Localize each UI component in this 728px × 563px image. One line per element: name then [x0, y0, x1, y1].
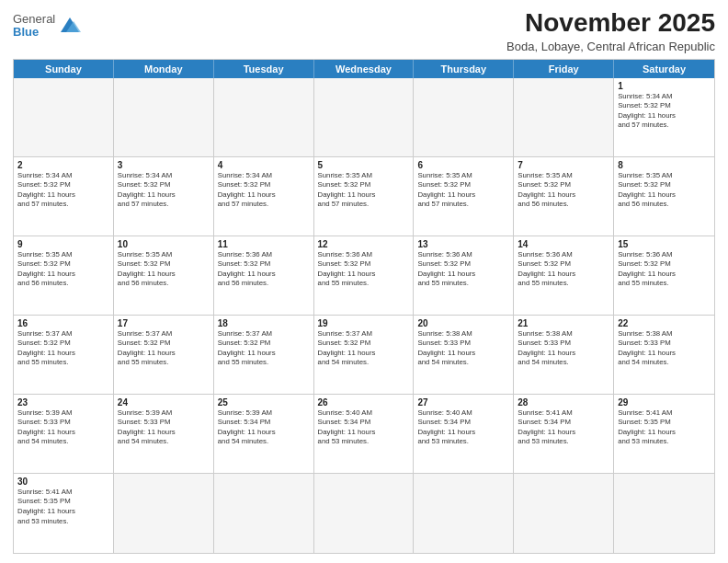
day-number: 19 — [318, 318, 410, 328]
calendar-cell: 15Sunrise: 5:36 AM Sunset: 5:32 PM Dayli… — [614, 236, 714, 315]
day-info: Sunrise: 5:39 AM Sunset: 5:34 PM Dayligh… — [218, 408, 310, 447]
day-info: Sunrise: 5:40 AM Sunset: 5:34 PM Dayligh… — [417, 408, 509, 447]
day-info: Sunrise: 5:36 AM Sunset: 5:32 PM Dayligh… — [518, 250, 609, 289]
day-info: Sunrise: 5:35 AM Sunset: 5:32 PM Dayligh… — [417, 171, 509, 210]
calendar-cell: 3Sunrise: 5:34 AM Sunset: 5:32 PM Daylig… — [114, 157, 214, 236]
calendar-cell: 30Sunrise: 5:41 AM Sunset: 5:35 PM Dayli… — [14, 474, 114, 553]
day-number: 5 — [318, 160, 410, 170]
calendar-header-cell: Saturday — [614, 60, 714, 78]
day-info: Sunrise: 5:34 AM Sunset: 5:32 PM Dayligh… — [218, 171, 310, 210]
day-info: Sunrise: 5:37 AM Sunset: 5:32 PM Dayligh… — [218, 329, 310, 368]
day-info: Sunrise: 5:37 AM Sunset: 5:32 PM Dayligh… — [318, 329, 410, 368]
calendar-cell: 12Sunrise: 5:36 AM Sunset: 5:32 PM Dayli… — [314, 236, 415, 315]
calendar-cell: 26Sunrise: 5:40 AM Sunset: 5:34 PM Dayli… — [314, 395, 415, 473]
day-number: 18 — [218, 318, 310, 328]
calendar-cell — [214, 474, 314, 553]
day-number: 29 — [618, 397, 711, 408]
day-number: 3 — [118, 160, 210, 170]
calendar-cell: 5Sunrise: 5:35 AM Sunset: 5:32 PM Daylig… — [314, 157, 415, 236]
day-number: 15 — [618, 239, 711, 249]
day-number: 17 — [118, 318, 210, 328]
day-number: 1 — [618, 81, 711, 91]
calendar-header-cell: Friday — [514, 60, 614, 78]
day-number: 10 — [118, 239, 210, 249]
calendar-header-cell: Sunday — [14, 60, 114, 78]
calendar-cell: 11Sunrise: 5:36 AM Sunset: 5:32 PM Dayli… — [214, 236, 314, 315]
day-info: Sunrise: 5:38 AM Sunset: 5:33 PM Dayligh… — [417, 329, 509, 368]
calendar-week: 30Sunrise: 5:41 AM Sunset: 5:35 PM Dayli… — [14, 474, 714, 553]
day-number: 12 — [318, 239, 410, 249]
day-number: 27 — [417, 397, 509, 408]
day-number: 25 — [218, 397, 310, 408]
calendar-cell — [14, 78, 114, 156]
day-number: 30 — [17, 477, 109, 487]
day-number: 28 — [518, 397, 609, 408]
calendar-header-cell: Monday — [114, 60, 214, 78]
day-number: 7 — [518, 160, 609, 170]
calendar-cell: 24Sunrise: 5:39 AM Sunset: 5:33 PM Dayli… — [114, 395, 214, 473]
day-info: Sunrise: 5:35 AM Sunset: 5:32 PM Dayligh… — [518, 171, 609, 210]
calendar-cell: 13Sunrise: 5:36 AM Sunset: 5:32 PM Dayli… — [414, 236, 514, 315]
calendar-week: 16Sunrise: 5:37 AM Sunset: 5:32 PM Dayli… — [14, 316, 714, 395]
day-number: 11 — [218, 239, 310, 249]
day-info: Sunrise: 5:35 AM Sunset: 5:32 PM Dayligh… — [618, 171, 711, 210]
calendar-cell: 21Sunrise: 5:38 AM Sunset: 5:33 PM Dayli… — [514, 316, 614, 394]
day-number: 21 — [518, 318, 609, 328]
calendar-cell: 23Sunrise: 5:39 AM Sunset: 5:33 PM Dayli… — [14, 395, 114, 473]
calendar-cell: 18Sunrise: 5:37 AM Sunset: 5:32 PM Dayli… — [214, 316, 314, 394]
day-number: 24 — [118, 397, 210, 408]
calendar-cell — [314, 474, 415, 553]
calendar-cell: 22Sunrise: 5:38 AM Sunset: 5:33 PM Dayli… — [614, 316, 714, 394]
day-number: 22 — [618, 318, 711, 328]
day-info: Sunrise: 5:39 AM Sunset: 5:33 PM Dayligh… — [118, 408, 210, 447]
logo-blue: Blue — [13, 26, 55, 39]
day-info: Sunrise: 5:38 AM Sunset: 5:33 PM Dayligh… — [618, 329, 711, 368]
calendar-cell: 4Sunrise: 5:34 AM Sunset: 5:32 PM Daylig… — [214, 157, 314, 236]
day-number: 2 — [17, 160, 109, 170]
day-info: Sunrise: 5:34 AM Sunset: 5:32 PM Dayligh… — [618, 92, 711, 131]
calendar-cell: 17Sunrise: 5:37 AM Sunset: 5:32 PM Dayli… — [114, 316, 214, 394]
calendar: SundayMondayTuesdayWednesdayThursdayFrid… — [13, 59, 715, 554]
calendar-week: 1Sunrise: 5:34 AM Sunset: 5:32 PM Daylig… — [14, 78, 714, 157]
page-subtitle: Boda, Lobaye, Central African Republic — [506, 40, 715, 53]
calendar-week: 2Sunrise: 5:34 AM Sunset: 5:32 PM Daylig… — [14, 157, 714, 236]
page-title: November 2025 — [506, 9, 715, 38]
calendar-cell: 25Sunrise: 5:39 AM Sunset: 5:34 PM Dayli… — [214, 395, 314, 473]
day-info: Sunrise: 5:38 AM Sunset: 5:33 PM Dayligh… — [518, 329, 609, 368]
calendar-cell — [314, 78, 415, 156]
calendar-cell: 9Sunrise: 5:35 AM Sunset: 5:32 PM Daylig… — [14, 236, 114, 315]
calendar-cell — [114, 474, 214, 553]
calendar-week: 9Sunrise: 5:35 AM Sunset: 5:32 PM Daylig… — [14, 236, 714, 316]
calendar-header-cell: Thursday — [414, 60, 514, 78]
day-number: 9 — [17, 239, 109, 249]
day-info: Sunrise: 5:41 AM Sunset: 5:35 PM Dayligh… — [17, 488, 109, 526]
calendar-cell: 28Sunrise: 5:41 AM Sunset: 5:34 PM Dayli… — [514, 395, 614, 473]
calendar-cell: 7Sunrise: 5:35 AM Sunset: 5:32 PM Daylig… — [514, 157, 614, 236]
calendar-cell: 29Sunrise: 5:41 AM Sunset: 5:35 PM Dayli… — [614, 395, 714, 473]
calendar-cell — [614, 474, 714, 553]
title-block: November 2025 Boda, Lobaye, Central Afri… — [506, 9, 715, 53]
day-number: 6 — [417, 160, 509, 170]
calendar-cell — [514, 78, 614, 156]
day-info: Sunrise: 5:39 AM Sunset: 5:33 PM Dayligh… — [17, 408, 109, 447]
calendar-cell: 20Sunrise: 5:38 AM Sunset: 5:33 PM Dayli… — [414, 316, 514, 394]
day-info: Sunrise: 5:34 AM Sunset: 5:32 PM Dayligh… — [17, 171, 109, 210]
day-number: 14 — [518, 239, 609, 249]
calendar-cell: 19Sunrise: 5:37 AM Sunset: 5:32 PM Dayli… — [314, 316, 415, 394]
day-info: Sunrise: 5:36 AM Sunset: 5:32 PM Dayligh… — [618, 250, 711, 289]
calendar-cell — [514, 474, 614, 553]
calendar-cell: 16Sunrise: 5:37 AM Sunset: 5:32 PM Dayli… — [14, 316, 114, 394]
day-info: Sunrise: 5:41 AM Sunset: 5:35 PM Dayligh… — [618, 408, 711, 447]
day-number: 13 — [417, 239, 509, 249]
calendar-cell: 1Sunrise: 5:34 AM Sunset: 5:32 PM Daylig… — [614, 78, 714, 156]
calendar-cell: 2Sunrise: 5:34 AM Sunset: 5:32 PM Daylig… — [14, 157, 114, 236]
day-info: Sunrise: 5:37 AM Sunset: 5:32 PM Dayligh… — [17, 329, 109, 368]
day-info: Sunrise: 5:35 AM Sunset: 5:32 PM Dayligh… — [318, 171, 410, 210]
calendar-cell — [114, 78, 214, 156]
logo-text: General Blue — [13, 13, 55, 40]
calendar-body: 1Sunrise: 5:34 AM Sunset: 5:32 PM Daylig… — [14, 78, 714, 553]
page: General Blue November 2025 Boda, Lobaye,… — [0, 0, 728, 563]
calendar-cell — [414, 78, 514, 156]
calendar-header-cell: Wednesday — [314, 60, 415, 78]
logo-icon — [57, 16, 83, 36]
